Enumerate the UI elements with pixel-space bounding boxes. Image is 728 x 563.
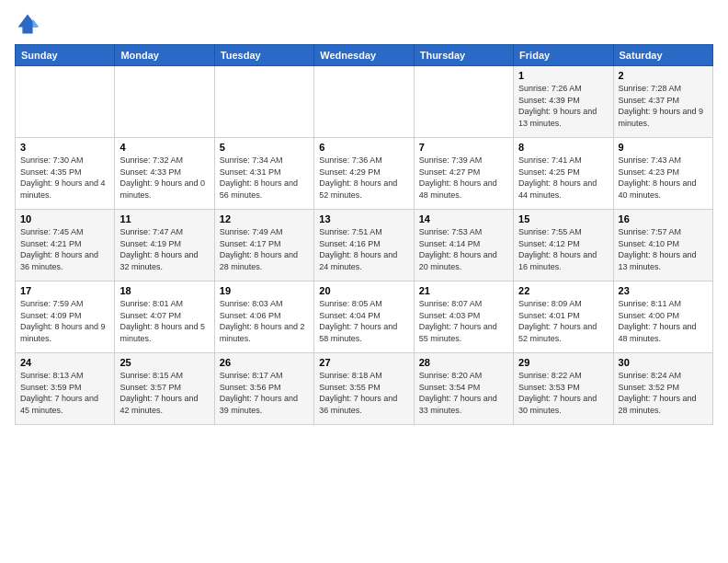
day-info: Sunrise: 7:49 AMSunset: 4:17 PMDaylight:…	[220, 226, 309, 272]
calendar-cell: 6Sunrise: 7:36 AMSunset: 4:29 PMDaylight…	[314, 138, 414, 210]
calendar-cell: 11Sunrise: 7:47 AMSunset: 4:19 PMDayligh…	[115, 210, 214, 282]
calendar-cell	[16, 66, 115, 138]
calendar-cell: 23Sunrise: 8:11 AMSunset: 4:00 PMDayligh…	[613, 282, 712, 353]
calendar-cell: 20Sunrise: 8:05 AMSunset: 4:04 PMDayligh…	[314, 282, 414, 353]
day-number: 8	[518, 142, 608, 153]
day-number: 24	[20, 357, 109, 368]
day-number: 3	[20, 142, 109, 153]
calendar-cell: 13Sunrise: 7:51 AMSunset: 4:16 PMDayligh…	[314, 210, 414, 282]
day-number: 29	[518, 357, 608, 368]
calendar-cell: 17Sunrise: 7:59 AMSunset: 4:09 PMDayligh…	[16, 282, 115, 353]
day-number: 25	[119, 357, 209, 368]
week-row-2: 10Sunrise: 7:45 AMSunset: 4:21 PMDayligh…	[16, 210, 713, 282]
day-info: Sunrise: 8:20 AMSunset: 3:54 PMDaylight:…	[419, 370, 508, 416]
day-number: 10	[20, 213, 109, 224]
day-info: Sunrise: 7:45 AMSunset: 4:21 PMDaylight:…	[20, 226, 109, 272]
calendar-cell: 8Sunrise: 7:41 AMSunset: 4:25 PMDaylight…	[514, 138, 613, 210]
day-info: Sunrise: 7:51 AMSunset: 4:16 PMDaylight:…	[319, 226, 408, 272]
day-header-saturday: Saturday	[613, 45, 712, 66]
day-info: Sunrise: 8:09 AMSunset: 4:01 PMDaylight:…	[518, 298, 608, 344]
days-header-row: SundayMondayTuesdayWednesdayThursdayFrid…	[16, 45, 713, 66]
day-number: 2	[619, 70, 708, 81]
day-number: 30	[619, 357, 708, 368]
calendar-cell	[115, 66, 214, 138]
day-number: 15	[518, 213, 608, 224]
day-info: Sunrise: 7:36 AMSunset: 4:29 PMDaylight:…	[319, 155, 408, 201]
calendar-cell: 12Sunrise: 7:49 AMSunset: 4:17 PMDayligh…	[214, 210, 313, 282]
day-info: Sunrise: 7:43 AMSunset: 4:23 PMDaylight:…	[619, 155, 708, 201]
calendar-cell: 16Sunrise: 7:57 AMSunset: 4:10 PMDayligh…	[613, 210, 712, 282]
day-number: 17	[20, 285, 109, 296]
day-info: Sunrise: 8:22 AMSunset: 3:53 PMDaylight:…	[518, 370, 608, 416]
day-number: 1	[518, 70, 608, 81]
calendar-cell: 3Sunrise: 7:30 AMSunset: 4:35 PMDaylight…	[16, 138, 115, 210]
day-info: Sunrise: 8:07 AMSunset: 4:03 PMDaylight:…	[419, 298, 508, 344]
week-row-3: 17Sunrise: 7:59 AMSunset: 4:09 PMDayligh…	[16, 282, 713, 353]
calendar-cell	[214, 66, 313, 138]
calendar-cell: 25Sunrise: 8:15 AMSunset: 3:57 PMDayligh…	[115, 353, 214, 425]
week-row-1: 3Sunrise: 7:30 AMSunset: 4:35 PMDaylight…	[16, 138, 713, 210]
calendar-cell: 5Sunrise: 7:34 AMSunset: 4:31 PMDaylight…	[214, 138, 313, 210]
day-number: 16	[619, 213, 708, 224]
day-info: Sunrise: 8:05 AMSunset: 4:04 PMDaylight:…	[319, 298, 408, 344]
calendar-cell: 26Sunrise: 8:17 AMSunset: 3:56 PMDayligh…	[214, 353, 313, 425]
logo-icon	[15, 11, 40, 37]
calendar-cell: 28Sunrise: 8:20 AMSunset: 3:54 PMDayligh…	[414, 353, 513, 425]
day-info: Sunrise: 7:55 AMSunset: 4:12 PMDaylight:…	[518, 226, 608, 272]
day-info: Sunrise: 7:59 AMSunset: 4:09 PMDaylight:…	[20, 298, 109, 344]
day-header-tuesday: Tuesday	[214, 45, 313, 66]
day-info: Sunrise: 7:28 AMSunset: 4:37 PMDaylight:…	[619, 83, 708, 129]
day-number: 7	[419, 142, 508, 153]
day-header-friday: Friday	[514, 45, 613, 66]
calendar-cell: 2Sunrise: 7:28 AMSunset: 4:37 PMDaylight…	[613, 66, 712, 138]
day-info: Sunrise: 7:57 AMSunset: 4:10 PMDaylight:…	[619, 226, 708, 272]
day-number: 13	[319, 213, 408, 224]
calendar-cell: 24Sunrise: 8:13 AMSunset: 3:59 PMDayligh…	[16, 353, 115, 425]
day-number: 4	[119, 142, 209, 153]
calendar-cell: 27Sunrise: 8:18 AMSunset: 3:55 PMDayligh…	[314, 353, 414, 425]
week-row-4: 24Sunrise: 8:13 AMSunset: 3:59 PMDayligh…	[16, 353, 713, 425]
day-number: 18	[119, 285, 209, 296]
day-number: 27	[319, 357, 408, 368]
calendar-cell: 15Sunrise: 7:55 AMSunset: 4:12 PMDayligh…	[514, 210, 613, 282]
page: SundayMondayTuesdayWednesdayThursdayFrid…	[0, 0, 728, 432]
svg-marker-1	[33, 18, 40, 27]
calendar-cell: 14Sunrise: 7:53 AMSunset: 4:14 PMDayligh…	[414, 210, 513, 282]
calendar-cell: 18Sunrise: 8:01 AMSunset: 4:07 PMDayligh…	[115, 282, 214, 353]
day-number: 22	[518, 285, 608, 296]
day-number: 23	[619, 285, 708, 296]
calendar-cell: 21Sunrise: 8:07 AMSunset: 4:03 PMDayligh…	[414, 282, 513, 353]
day-header-sunday: Sunday	[16, 45, 115, 66]
calendar-cell: 10Sunrise: 7:45 AMSunset: 4:21 PMDayligh…	[16, 210, 115, 282]
calendar-cell	[414, 66, 513, 138]
calendar-cell: 29Sunrise: 8:22 AMSunset: 3:53 PMDayligh…	[514, 353, 613, 425]
day-info: Sunrise: 7:41 AMSunset: 4:25 PMDaylight:…	[518, 155, 608, 201]
day-number: 11	[119, 213, 209, 224]
calendar-cell: 7Sunrise: 7:39 AMSunset: 4:27 PMDaylight…	[414, 138, 513, 210]
day-info: Sunrise: 7:32 AMSunset: 4:33 PMDaylight:…	[119, 155, 209, 201]
header	[15, 11, 713, 37]
day-number: 14	[419, 213, 508, 224]
day-number: 9	[619, 142, 708, 153]
week-row-0: 1Sunrise: 7:26 AMSunset: 4:39 PMDaylight…	[16, 66, 713, 138]
day-info: Sunrise: 7:34 AMSunset: 4:31 PMDaylight:…	[220, 155, 309, 201]
day-info: Sunrise: 8:13 AMSunset: 3:59 PMDaylight:…	[20, 370, 109, 416]
day-info: Sunrise: 8:17 AMSunset: 3:56 PMDaylight:…	[220, 370, 309, 416]
day-number: 21	[419, 285, 508, 296]
day-header-thursday: Thursday	[414, 45, 513, 66]
calendar-cell	[314, 66, 414, 138]
day-number: 19	[220, 285, 309, 296]
logo	[15, 11, 44, 37]
day-header-monday: Monday	[115, 45, 214, 66]
day-info: Sunrise: 8:24 AMSunset: 3:52 PMDaylight:…	[619, 370, 708, 416]
calendar-cell: 1Sunrise: 7:26 AMSunset: 4:39 PMDaylight…	[514, 66, 613, 138]
day-info: Sunrise: 7:30 AMSunset: 4:35 PMDaylight:…	[20, 155, 109, 201]
calendar-cell: 22Sunrise: 8:09 AMSunset: 4:01 PMDayligh…	[514, 282, 613, 353]
calendar-cell: 9Sunrise: 7:43 AMSunset: 4:23 PMDaylight…	[613, 138, 712, 210]
day-number: 6	[319, 142, 408, 153]
day-info: Sunrise: 8:11 AMSunset: 4:00 PMDaylight:…	[619, 298, 708, 344]
day-info: Sunrise: 7:39 AMSunset: 4:27 PMDaylight:…	[419, 155, 508, 201]
day-header-wednesday: Wednesday	[314, 45, 414, 66]
calendar-table: SundayMondayTuesdayWednesdayThursdayFrid…	[15, 44, 713, 425]
day-info: Sunrise: 8:15 AMSunset: 3:57 PMDaylight:…	[119, 370, 209, 416]
